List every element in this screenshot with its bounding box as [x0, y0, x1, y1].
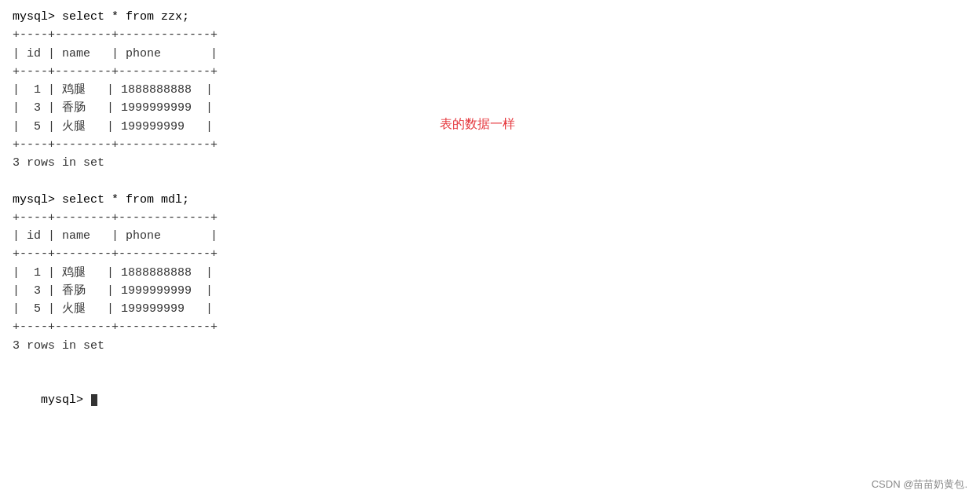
watermark: CSDN @苗苗奶黄包.	[872, 477, 967, 492]
table2-border-mid: +----+--------+-------------+	[13, 245, 967, 263]
table1-border-mid: +----+--------+-------------+	[13, 63, 967, 81]
final-prompt: mysql>	[13, 373, 967, 428]
table2-row-3: | 5 | 火腿 | 199999999 |	[13, 300, 967, 318]
table2-header: | id | name | phone |	[13, 227, 967, 245]
blank-2	[13, 355, 967, 373]
blank-1	[13, 172, 967, 190]
table1-border-top: +----+--------+-------------+	[13, 26, 967, 44]
prompt-text: mysql>	[41, 393, 90, 407]
query-2-prompt: mysql> select * from mdl;	[13, 191, 967, 209]
table2-row-2: | 3 | 香肠 | 1999999999 |	[13, 282, 967, 300]
table1-border-bottom: +----+--------+-------------+	[13, 136, 967, 154]
cursor-block	[91, 394, 97, 406]
table2-row-1: | 1 | 鸡腿 | 1888888888 |	[13, 264, 967, 282]
table1-rowcount: 3 rows in set	[13, 154, 967, 172]
table1-row-2: | 3 | 香肠 | 1999999999 |	[13, 99, 967, 117]
table1-row-1: | 1 | 鸡腿 | 1888888888 |	[13, 81, 967, 99]
table2-border-top: +----+--------+-------------+	[13, 209, 967, 227]
terminal-area: mysql> select * from zzx; +----+--------…	[0, 0, 980, 501]
annotation-label: 表的数据一样	[440, 116, 515, 133]
table1-header: | id | name | phone |	[13, 45, 967, 63]
table2-rowcount: 3 rows in set	[13, 337, 967, 355]
query-1-prompt: mysql> select * from zzx;	[13, 8, 967, 26]
table2-border-bottom: +----+--------+-------------+	[13, 318, 967, 336]
